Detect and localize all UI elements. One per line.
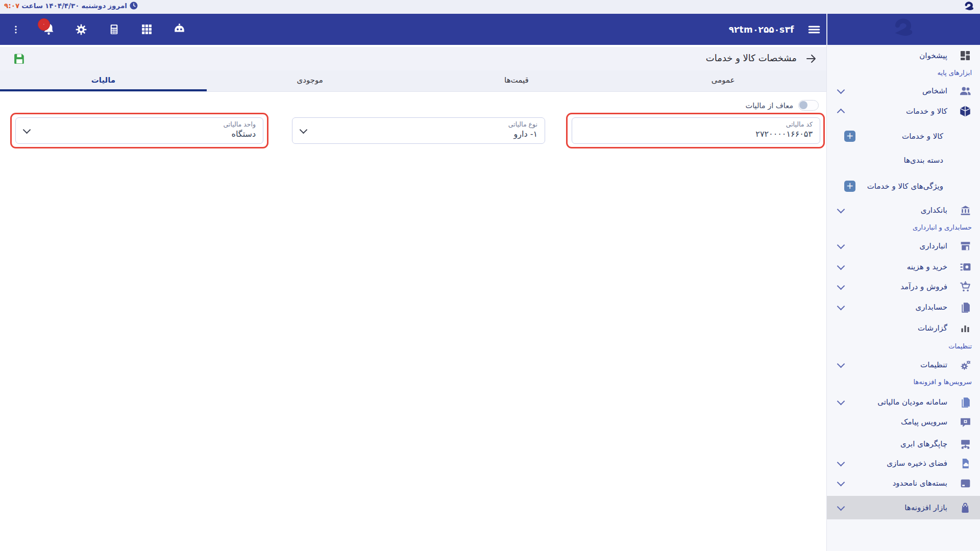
chevron-down-icon [837, 303, 845, 311]
sidebar-section-settings: تنظیمات [827, 339, 980, 353]
tab-inventory[interactable]: موجودی [207, 70, 413, 91]
sidebar-item-reports[interactable]: گزارشات [827, 318, 980, 338]
sidebar-item-label: کالا و خدمات [902, 132, 943, 141]
tab-prices[interactable]: قیمت‌ها [413, 70, 620, 91]
sidebar-item-purchases-expenses[interactable]: خرید و هزینه [827, 257, 980, 277]
sidebar-item-label: دسته بندی‌ها [904, 156, 943, 165]
weekday: دوشنبه [82, 2, 106, 10]
sidebar-item-categories[interactable]: دسته بندی‌ها [827, 150, 980, 170]
bag-icon [959, 501, 972, 514]
chevron-down-icon [837, 459, 845, 467]
sidebar-item-goods-services-sub[interactable]: کالا و خدمات + [827, 126, 980, 146]
sidebar-item-unlimited-packages[interactable]: بسته‌های نامحدود [827, 473, 980, 493]
notification-badge: ۰ [38, 18, 50, 31]
tax-exempt-toggle[interactable] [798, 100, 819, 111]
sidebar-section-accounting-warehousing: حسابداری و انبارداری [827, 220, 980, 234]
bar-chart-icon [959, 321, 972, 335]
store-icon [959, 239, 972, 253]
add-attribute-button[interactable]: + [844, 181, 855, 192]
sidebar-item-goods-services[interactable]: کالا و خدمات [827, 101, 980, 121]
sidebar-item-sales-income[interactable]: فروش و درآمد [827, 277, 980, 297]
section-label: ابزارهای پایه [937, 69, 972, 77]
page-title: مشخصات کالا و خدمات [706, 53, 797, 63]
chevron-down-icon [837, 360, 845, 368]
add-goods-button[interactable]: + [844, 131, 855, 142]
chevron-up-icon [837, 109, 845, 117]
title-bar: مشخصات کالا و خدمات [0, 47, 826, 70]
sidebar-item-tax-moadian-system[interactable]: سامانه مودیان مالیاتی [827, 392, 980, 412]
app-window: امروزدوشنبه ۱۴۰۴/۴/۳۰ساعت۹:۰۷ ۰ [0, 0, 980, 551]
people-icon [959, 84, 972, 97]
field-value: ۱- دارو [310, 129, 537, 139]
sidebar-item-warehousing[interactable]: انبارداری [827, 236, 980, 256]
dashboard-icon [959, 49, 972, 62]
sidebar-item-accounting[interactable]: حسابداری [827, 297, 980, 317]
sidebar-section-basic-tools: ابزارهای پایه [827, 65, 980, 80]
section-label: سرویس‌ها و افزونه‌ها [913, 378, 972, 386]
sms-icon [959, 415, 972, 429]
sidebar-item-label: تنظیمات [920, 360, 947, 369]
sidebar-item-product-attributes[interactable]: ویژگی‌های کالا و خدمات + [827, 176, 980, 196]
sidebar-item-settings[interactable]: تنظیمات [827, 355, 980, 375]
sidebar-item-label: فضای ذخیره سازی [887, 459, 947, 468]
back-arrow-icon[interactable] [805, 53, 817, 67]
sidebar-item-label: اشخاص [922, 86, 947, 95]
tax-code-field[interactable]: کد مالیاتی ۲۷۲۰۰۰۰۱۶۶۰۵۳ [572, 117, 820, 144]
main-content: مشخصات کالا و خدمات عمومی قیمت‌ها موجودی… [0, 45, 826, 551]
kebab-menu-icon[interactable] [7, 19, 24, 40]
sidebar-item-label: ویژگی‌های کالا و خدمات [867, 182, 943, 191]
date-prefix: امروز [108, 2, 127, 10]
sidebar-item-dashboard[interactable]: پیشخوان [827, 45, 980, 66]
printer-icon [959, 437, 972, 450]
sidebar-item-label: بسته‌های نامحدود [893, 479, 947, 488]
top-strip: امروزدوشنبه ۱۴۰۴/۴/۳۰ساعت۹:۰۷ [0, 0, 980, 14]
field-label: واحد مالیاتی [33, 120, 256, 128]
sidebar-item-addons-market[interactable]: بازار افزونه‌ها [827, 496, 980, 519]
money-icon [959, 260, 972, 273]
sidebar-item-label: بازار افزونه‌ها [904, 503, 947, 512]
chevron-down-icon [837, 241, 845, 249]
time-value: ۹:۰۷ [4, 2, 19, 10]
documents-icon [959, 300, 972, 314]
sidebar-item-label: کالا و خدمات [906, 107, 947, 116]
sidebar-item-storage-space[interactable]: فضای ذخیره سازی [827, 453, 980, 473]
sidebar-item-label: پیشخوان [919, 51, 947, 60]
calculator-icon[interactable] [105, 19, 122, 40]
section-label: تنظیمات [948, 342, 972, 350]
sidebar-item-label: انبارداری [919, 241, 947, 251]
sidebar-item-banking[interactable]: بانکداری [827, 200, 980, 220]
toggle-knob [799, 101, 807, 109]
tab-bar: عمومی قیمت‌ها موجودی مالیات [0, 70, 826, 92]
gears-icon [959, 358, 972, 371]
header-icons: ۰ [7, 14, 188, 45]
hamburger-menu-icon[interactable] [805, 19, 823, 40]
sidebar-item-sms-service[interactable]: سرویس پیامک [827, 412, 980, 432]
tax-type-select[interactable]: نوع مالیاتی ۱- دارو [292, 117, 545, 144]
box-icon [959, 105, 972, 118]
sidebar-item-cloud-printers[interactable]: چاپگرهای ابری [827, 434, 980, 454]
license-serial: ۹۲tm۰۲۵۵۰s۳f [729, 24, 794, 35]
chevron-down-icon [837, 206, 845, 214]
chevron-down-icon [837, 282, 845, 290]
section-label: حسابداری و انبارداری [913, 223, 972, 231]
tab-general[interactable]: عمومی [620, 70, 826, 91]
file-cloud-icon [959, 457, 972, 470]
chatbot-robot-icon[interactable] [170, 19, 188, 40]
chevron-down-icon [837, 503, 845, 511]
chevron-down-icon [837, 479, 845, 487]
field-label: نوع مالیاتی [310, 120, 537, 128]
package-icon [959, 477, 972, 490]
sidebar-item-label: حسابداری [916, 303, 947, 312]
tax-exempt-label: معاف از مالیات [745, 102, 793, 110]
tax-unit-select[interactable]: واحد مالیاتی دستگاه [15, 117, 263, 144]
save-button[interactable] [12, 52, 27, 66]
cart-icon [959, 280, 972, 293]
tab-tax[interactable]: مالیات [0, 70, 207, 91]
tax-exempt-toggle-row: معاف از مالیات [745, 100, 819, 111]
settings-gear-icon[interactable] [72, 19, 90, 40]
hour-label: ساعت [21, 2, 43, 10]
chevron-down-icon [23, 126, 31, 134]
notifications-bell-icon[interactable]: ۰ [40, 19, 57, 40]
apps-grid-icon[interactable] [138, 19, 155, 40]
sidebar-item-persons[interactable]: اشخاص [827, 81, 980, 101]
